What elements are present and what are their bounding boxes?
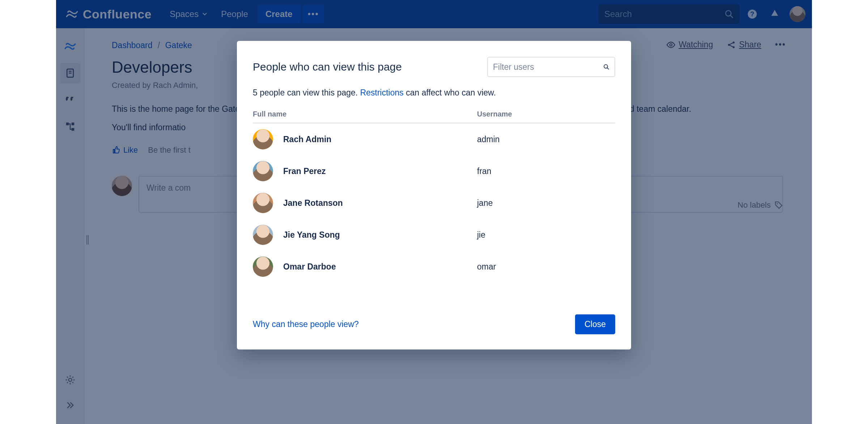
user-username: jie — [477, 230, 615, 240]
user-row[interactable]: Jie Yang Songjie — [253, 219, 615, 251]
user-avatar — [253, 129, 273, 149]
user-table-body: Rach AdminadminFran PerezfranJane Rotans… — [253, 123, 615, 283]
user-avatar — [253, 161, 273, 181]
filter-users-box[interactable] — [487, 57, 615, 77]
filter-users-input[interactable] — [493, 62, 600, 72]
dialog-desc-pre: 5 people can view this page. — [253, 88, 360, 97]
user-avatar — [253, 193, 273, 213]
user-row[interactable]: Fran Perezfran — [253, 155, 615, 187]
user-fullname: Rach Admin — [283, 135, 331, 144]
dialog-desc-post: can affect who can view. — [404, 88, 496, 97]
close-button[interactable]: Close — [575, 314, 615, 334]
col-header-fullname: Full name — [253, 110, 477, 118]
search-icon — [603, 62, 609, 72]
user-row[interactable]: Rach Adminadmin — [253, 123, 615, 155]
col-header-username: Username — [477, 110, 615, 118]
user-fullname: Fran Perez — [283, 166, 326, 176]
user-fullname: Omar Darboe — [283, 262, 336, 272]
close-button-label: Close — [584, 319, 606, 329]
user-fullname: Jane Rotanson — [283, 198, 343, 208]
user-fullname: Jie Yang Song — [283, 230, 340, 240]
viewers-dialog: People who can view this page 5 people c… — [237, 41, 631, 349]
user-row[interactable]: Jane Rotansonjane — [253, 187, 615, 219]
user-username: fran — [477, 166, 615, 176]
user-username: jane — [477, 198, 615, 208]
user-username: admin — [477, 135, 615, 144]
user-table-header: Full name Username — [253, 110, 615, 123]
user-row[interactable]: Omar Darboeomar — [253, 251, 615, 283]
restrictions-link[interactable]: Restrictions — [360, 88, 404, 97]
dialog-title: People who can view this page — [253, 61, 402, 73]
user-avatar — [253, 225, 273, 245]
dialog-description: 5 people can view this page. Restriction… — [253, 88, 615, 98]
svg-line-21 — [607, 68, 609, 69]
user-username: omar — [477, 262, 615, 272]
user-avatar — [253, 256, 273, 277]
why-link[interactable]: Why can these people view? — [253, 319, 359, 329]
